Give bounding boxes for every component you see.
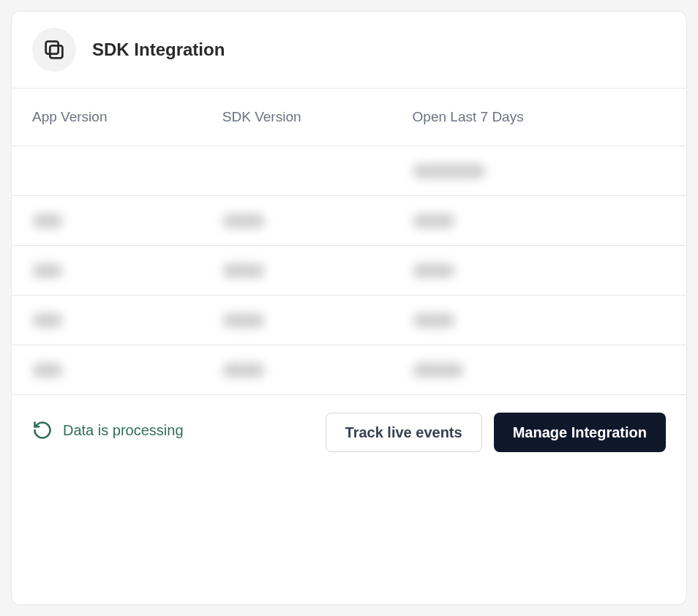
blurred-value [222, 263, 265, 278]
manage-integration-button[interactable]: Manage Integration [494, 413, 666, 452]
blurred-value [413, 263, 455, 278]
track-live-events-button[interactable]: Track live events [326, 413, 482, 452]
table-row [12, 146, 686, 196]
blurred-value [32, 313, 63, 328]
blurred-value [413, 164, 486, 179]
table-row [12, 296, 686, 345]
status-text: Data is processing [63, 422, 184, 439]
card-header: SDK Integration [12, 12, 686, 89]
blurred-value [222, 363, 265, 378]
table-row [12, 196, 686, 246]
column-header-open-last-7-days: Open Last 7 Days [413, 109, 666, 125]
processing-status: Data is processing [32, 413, 314, 440]
table-row [12, 345, 686, 395]
blurred-value [32, 263, 63, 278]
blurred-value [32, 363, 63, 378]
column-header-sdk-version: SDK Version [222, 109, 413, 125]
card-footer: Data is processing Track live events Man… [12, 395, 686, 604]
table-row [12, 246, 686, 296]
overlap-icon [32, 28, 76, 72]
blurred-value [222, 313, 265, 328]
sdk-integration-card: SDK Integration App Version SDK Version … [11, 11, 687, 605]
blurred-value [222, 214, 265, 228]
blurred-value [32, 214, 63, 228]
refresh-icon [32, 420, 53, 440]
svg-rect-1 [50, 45, 62, 58]
blurred-value [413, 214, 455, 228]
blurred-value [413, 363, 464, 378]
table-header: App Version SDK Version Open Last 7 Days [12, 89, 686, 146]
column-header-app-version: App Version [32, 109, 222, 125]
blurred-value [413, 313, 455, 328]
svg-rect-0 [46, 42, 59, 54]
card-title: SDK Integration [92, 40, 225, 60]
